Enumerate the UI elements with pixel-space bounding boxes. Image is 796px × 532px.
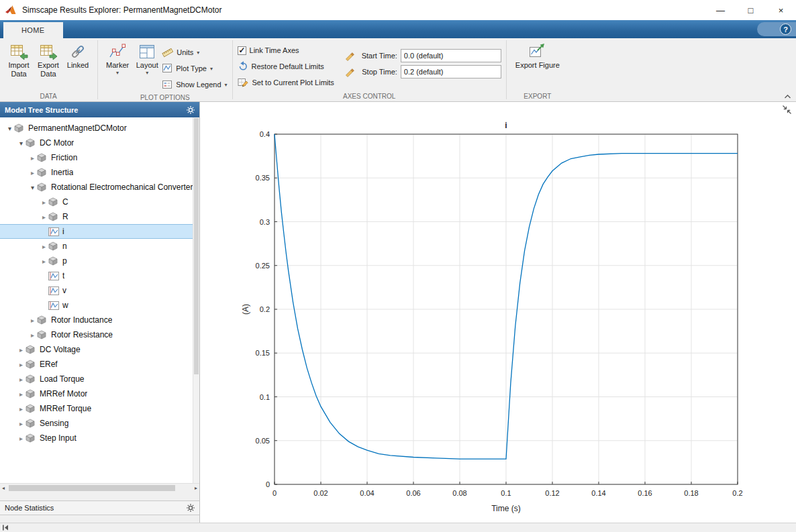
marker-label: Marker <box>106 61 129 70</box>
signal-plot-icon <box>48 227 60 236</box>
linked-label: Linked <box>67 61 89 70</box>
tree-item-inertia[interactable]: ▸Inertia <box>0 165 199 180</box>
import-data-button[interactable]: Import Data <box>4 40 34 91</box>
tree-item-rotor-resistance[interactable]: ▸Rotor Resistance <box>0 327 199 342</box>
tree-item-load-torque[interactable]: ▸Load Torque <box>0 372 199 386</box>
tree-item-rotor-inductance[interactable]: ▸Rotor Inductance <box>0 313 199 327</box>
tree-horizontal-scrollbar-thumb[interactable] <box>9 485 175 491</box>
minimize-button[interactable]: — <box>705 0 736 20</box>
chevron-right-icon[interactable]: ▸ <box>40 243 48 250</box>
start-time-input[interactable] <box>401 49 501 62</box>
chevron-right-icon[interactable]: ▸ <box>40 213 48 221</box>
chevron-down-icon[interactable]: ▾ <box>17 140 26 147</box>
maximize-button[interactable]: □ <box>736 0 766 20</box>
export-figure-label: Export Figure <box>515 61 560 70</box>
tree-horizontal-scrollbar[interactable]: ◂ ▸ <box>0 483 199 492</box>
tree-item-permanentmagnetdcmotor[interactable]: ▾PermanentMagnetDCMotor <box>0 121 199 136</box>
tree-item-label: Inertia <box>51 168 73 177</box>
node-statistics-gear-icon[interactable] <box>187 504 195 512</box>
chevron-down-icon: ▾ <box>225 82 228 88</box>
chevron-right-icon[interactable]: ▸ <box>17 405 26 413</box>
tab-home[interactable]: HOME <box>3 22 63 38</box>
units-button[interactable]: Units ▾ <box>162 44 227 60</box>
tree-vertical-scrollbar[interactable] <box>193 117 199 483</box>
chevron-right-icon[interactable]: ▸ <box>28 154 37 162</box>
chevron-right-icon[interactable]: ▸ <box>28 169 37 176</box>
tree-item-r[interactable]: ▸R <box>0 209 199 224</box>
block-icon <box>26 389 37 398</box>
tree-item-mrref-motor[interactable]: ▸MRRef Motor <box>0 386 199 401</box>
help-button[interactable]: ? <box>780 23 791 35</box>
chevron-right-icon[interactable]: ▸ <box>28 317 37 324</box>
block-icon <box>26 404 37 413</box>
link-time-axes-toggle[interactable]: Link Time Axes <box>238 42 334 58</box>
block-icon <box>37 315 48 325</box>
help-pill: ? <box>757 22 796 36</box>
plot-canvas[interactable]: 00.020.040.060.080.10.120.140.160.180.20… <box>200 102 796 523</box>
chevron-right-icon[interactable]: ▸ <box>17 376 26 383</box>
node-statistics-bar[interactable]: Node Statistics <box>0 500 199 515</box>
chevron-right-icon[interactable]: ▸ <box>17 346 26 354</box>
tree-vertical-scrollbar-thumb[interactable] <box>194 118 199 374</box>
linked-icon <box>69 42 87 61</box>
tree-item-eref[interactable]: ▸ERef <box>0 357 199 372</box>
tree-item-c[interactable]: ▸C <box>0 195 199 209</box>
export-figure-button[interactable]: Export Figure <box>511 40 564 91</box>
layout-button[interactable]: Layout ▾ <box>132 40 162 93</box>
chevron-right-icon[interactable]: ▸ <box>28 331 37 339</box>
tree-item-i[interactable]: i <box>0 224 199 239</box>
scroll-right-icon[interactable]: ▸ <box>195 485 197 491</box>
set-current-plot-limits-button[interactable]: Set to Current Plot Limits <box>238 74 334 91</box>
tree-item-step-input[interactable]: ▸Step Input <box>0 431 199 445</box>
units-label: Units <box>177 48 193 56</box>
chevron-right-icon[interactable]: ▸ <box>40 258 48 265</box>
tree-item-v[interactable]: v <box>0 283 199 298</box>
start-time-label: Start Time: <box>358 52 397 60</box>
content-area: Model Tree Structure ▾PermanentMagnetDCM… <box>0 102 796 523</box>
collapse-ribbon-icon[interactable] <box>784 94 791 99</box>
tree-item-dc-voltage[interactable]: ▸DC Voltage <box>0 342 199 357</box>
x-tick-labels: 00.020.040.060.080.10.120.140.160.180.2 <box>272 489 743 497</box>
export-data-button[interactable]: Export Data <box>34 40 63 91</box>
link-time-axes-label: Link Time Axes <box>250 46 299 54</box>
data-group-label: DATA <box>4 91 93 101</box>
marker-button[interactable]: Marker ▾ <box>103 40 132 93</box>
tree-item-sensing[interactable]: ▸Sensing <box>0 416 199 431</box>
chevron-right-icon[interactable]: ▸ <box>17 361 26 368</box>
tree-item-p[interactable]: ▸p <box>0 254 199 268</box>
tree-item-n[interactable]: ▸n <box>0 239 199 254</box>
chevron-right-icon[interactable]: ▸ <box>40 199 48 206</box>
tree-item-t[interactable]: t <box>0 268 199 283</box>
restore-default-limits-button[interactable]: Restore Default Limits <box>238 58 334 74</box>
link-time-axes-checkbox[interactable] <box>238 46 246 55</box>
ribbon-divider <box>97 40 98 99</box>
stop-time-input[interactable] <box>401 65 501 78</box>
chevron-down-icon[interactable]: ▾ <box>28 184 37 191</box>
show-legend-button[interactable]: Show Legend ▾ <box>162 76 227 93</box>
block-icon <box>14 123 26 133</box>
block-icon <box>48 212 60 221</box>
linked-button[interactable]: Linked <box>63 40 93 91</box>
node-statistics-label: Node Statistics <box>5 504 54 512</box>
tree-item-friction[interactable]: ▸Friction <box>0 150 199 165</box>
tree-item-rotational-electromechanical-converter[interactable]: ▾Rotational Electromechanical Converter <box>0 180 199 195</box>
model-tree[interactable]: ▾PermanentMagnetDCMotor▾DC Motor▸Frictio… <box>0 117 199 483</box>
svg-text:0.04: 0.04 <box>360 489 374 497</box>
svg-text:0.1: 0.1 <box>501 489 511 497</box>
tree-item-label: C <box>62 197 68 207</box>
tree-item-w[interactable]: w <box>0 298 199 313</box>
scroll-left-icon[interactable]: ◂ <box>2 485 5 491</box>
chevron-right-icon[interactable]: ▸ <box>17 420 26 427</box>
import-data-label: Import Data <box>8 61 29 78</box>
chevron-down-icon[interactable]: ▾ <box>5 125 14 132</box>
chevron-right-icon[interactable]: ▸ <box>17 390 26 398</box>
chevron-right-icon[interactable]: ▸ <box>17 435 26 442</box>
svg-text:0.14: 0.14 <box>591 489 605 497</box>
panel-gear-icon[interactable] <box>187 106 195 114</box>
block-icon <box>26 345 37 354</box>
tree-item-dc-motor[interactable]: ▾DC Motor <box>0 136 199 150</box>
close-button[interactable]: × <box>766 0 796 20</box>
hide-panel-icon[interactable] <box>2 525 9 531</box>
tree-item-mrref-torque[interactable]: ▸MRRef Torque <box>0 401 199 416</box>
plot-type-button[interactable]: Plot Type ▾ <box>162 60 227 76</box>
